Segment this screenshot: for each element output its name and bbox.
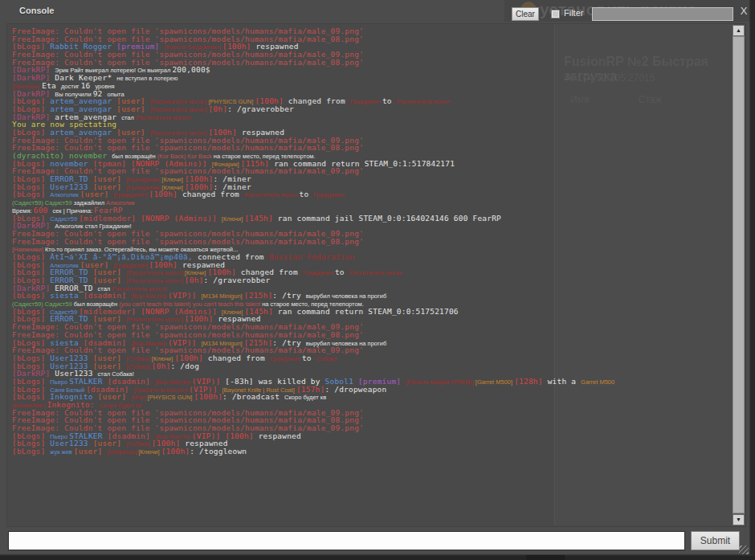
log-segment: : /graverobber xyxy=(204,276,271,284)
clear-button[interactable]: Clear xyxy=(512,7,539,21)
log-segment: respawned xyxy=(259,431,301,440)
log-segment: [M134 Minigun] xyxy=(201,292,243,300)
log-segment: [bLogs] xyxy=(12,190,50,198)
log-segment: [100h] xyxy=(225,431,258,440)
console-line: [DarkRP] Эрик Райт выиграл лотерею! Он в… xyxy=(12,66,719,74)
background-bottom-edge xyxy=(0,556,755,560)
log-segment: [Грабитель-Мастер xyxy=(133,386,189,394)
console-line: [bLogs] Алкоголик [user] [Гражданин] [10… xyxy=(12,190,719,198)
log-segment: ran command jail STEAM_0:0:164024146 600… xyxy=(278,214,501,223)
log-segment: [Расхититель могил] xyxy=(126,277,185,284)
console-window: установить режим FusionRP №2 Быстрая заг… xyxy=(0,0,750,555)
log-segment: [dsadmin] xyxy=(84,291,131,300)
log-segment: [Мафиози] xyxy=(107,448,138,456)
scroll-down-icon[interactable]: ▼ xyxy=(733,514,745,525)
log-segment: [Собака] xyxy=(126,363,152,370)
log-segment: [Собака] xyxy=(126,355,152,362)
scrollbar[interactable]: ▲ ▼ xyxy=(733,25,745,525)
log-segment: with a xyxy=(548,377,581,386)
log-segment: [user] xyxy=(116,104,149,113)
scroll-up-icon[interactable]: ▲ xyxy=(733,25,745,36)
background-right-edge xyxy=(751,0,755,560)
log-segment: [Ключи] xyxy=(161,176,185,183)
log-segment: Garret M500 xyxy=(581,378,614,386)
close-icon[interactable]: X xyxy=(738,5,749,18)
log-segment: Алкоголик xyxy=(50,191,80,198)
log-segment: [user] xyxy=(98,392,131,401)
log-segment: Гражданин xyxy=(350,98,382,105)
console-log-panel: FreeImage: Couldn't open file 'spawnicon… xyxy=(6,23,746,527)
filter-checkbox[interactable] xyxy=(551,10,560,18)
console-line: [DarkRP] artem_avengar стал Расхититель … xyxy=(12,113,719,121)
log-segment: [Ключи] xyxy=(138,448,161,456)
resize-grip-icon[interactable] xyxy=(739,546,749,554)
filter-input[interactable] xyxy=(592,7,733,21)
log-segment: Расхититель могил xyxy=(397,98,451,105)
log-segment: [bLogs] xyxy=(12,291,50,300)
console-line: [bLogs] ERROR_TD [user] [Расхититель мог… xyxy=(12,276,719,284)
log-segment: [PHYSICS GUN] xyxy=(148,394,194,401)
log-segment: [Собака] xyxy=(126,440,152,448)
log-segment: 200,000$ xyxy=(172,65,210,74)
log-segment: Гражданин xyxy=(303,269,335,276)
log-segment: стал xyxy=(121,114,136,121)
console-line: FreeImage: Couldn't open file 'spawnicon… xyxy=(12,238,719,246)
log-segment: [Вор-Мастер xyxy=(155,378,192,386)
log-segment: siesta xyxy=(50,291,83,300)
log-segment: to xyxy=(302,354,316,362)
command-input[interactable] xyxy=(8,531,685,550)
log-segment: FreeImage: Couldn't open file 'spawnicon… xyxy=(12,237,364,246)
log-segment: [Мэр] xyxy=(131,394,148,401)
log-segment: [bLogs] xyxy=(12,392,50,401)
log-segment: [157h] xyxy=(296,385,325,394)
log-segment: FreeImage: Couldn't open file 'spawnicon… xyxy=(12,423,364,432)
log-segment: достиг xyxy=(61,83,81,90)
log-segment: [Garret M500] xyxy=(475,378,514,386)
log-segment: [Расхититель могил] xyxy=(150,106,209,113)
log-segment: ran command return STEAM_0:0:517521706 xyxy=(278,307,459,316)
log-segment: Гражданин xyxy=(313,191,344,198)
log-segment: Russian Federation xyxy=(269,252,355,261)
console-line: [bLogs] User1233 [user] [Гражданин] [Клю… xyxy=(12,183,719,191)
log-segment: [NONRP (Admins)] xyxy=(141,214,222,223)
log-segment: : /broadcast xyxy=(222,392,284,401)
log-segment: [-83h] xyxy=(225,377,258,386)
log-segment: не вступил в лотерею xyxy=(116,75,178,82)
log-segment: Расхититель могил xyxy=(349,269,403,276)
log-segment: Гражданин xyxy=(270,355,302,362)
log-segment: [user] xyxy=(80,190,113,198)
log-segment: Собака xyxy=(316,355,337,362)
console-line: [bLogs] siesta [dsadmin] [Вор-Мастер (VI… xyxy=(12,292,719,300)
console-line: [bLogs] Inkognito [user] [Мэр] [PHYSICS … xyxy=(12,393,719,401)
log-segment: : /try xyxy=(272,291,305,300)
console-line: [bLogs] жук жив [user] [Мафиози] [Ключи]… xyxy=(12,448,719,456)
log-segment: [Гражданин] xyxy=(126,176,161,183)
log-segment: вырубил человека на прогиб xyxy=(306,292,387,300)
log-segment: [Расхититель могил] xyxy=(150,98,209,105)
console-line: [bLogs] User1233 [user] [Собака] [100h] … xyxy=(12,439,719,448)
console-line: [DarkRP] Dark Keeper* не вступил в лотер… xyxy=(12,74,719,82)
log-segment: [0h] xyxy=(185,276,204,284)
log-segment: [Печаль мафии (PREM)] xyxy=(406,378,475,386)
log-segment: [Ключи] xyxy=(222,215,245,223)
log-segment: [midlemoder] xyxy=(79,214,141,223)
titlebar[interactable]: Console Clear Filter X xyxy=(0,0,749,23)
console-log: FreeImage: Couldn't open file 'spawnicon… xyxy=(12,27,719,456)
scrollbar-thumb[interactable] xyxy=(733,36,745,513)
submit-button[interactable]: Submit xyxy=(691,531,740,550)
log-segment: [user] xyxy=(74,447,107,456)
log-segment: Расхититель могил xyxy=(244,191,300,198)
log-segment: [Вор-Мастер xyxy=(131,292,168,300)
log-segment: (VIP)] xyxy=(168,291,201,300)
log-segment: [128h] xyxy=(514,377,547,386)
log-segment: [bLogs] xyxy=(12,447,50,456)
log-segment: [Гражданин] xyxy=(113,191,149,198)
log-segment: to xyxy=(335,268,349,276)
log-segment: : /dropweapon xyxy=(324,385,386,394)
log-segment: Пьеро xyxy=(50,378,69,386)
log-segment: Расхититель могил! xyxy=(136,114,191,121)
log-segment: changed from xyxy=(182,190,244,198)
log-segment: [100h] xyxy=(161,447,190,456)
log-segment: [100h] xyxy=(149,260,182,269)
log-segment: [215h] xyxy=(244,291,273,300)
